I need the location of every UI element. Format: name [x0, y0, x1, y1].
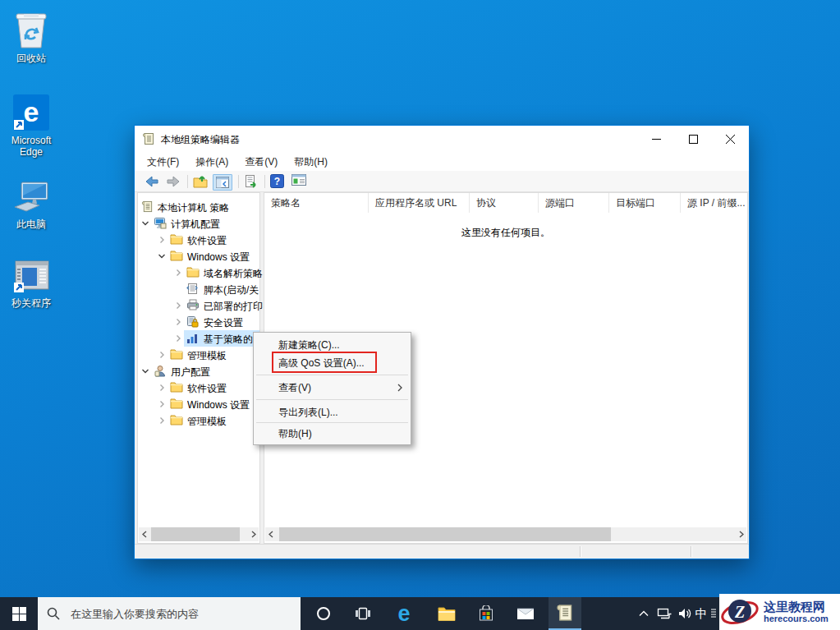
chevron-closed-icon[interactable]	[174, 269, 182, 277]
console-window-icon[interactable]	[291, 174, 306, 186]
list-horizontal-scrollbar[interactable]	[265, 527, 746, 541]
scroll-left-arrow-icon[interactable]	[139, 527, 149, 541]
chevron-open-icon[interactable]	[141, 367, 149, 375]
toolbar-separator	[187, 175, 188, 188]
taskbar: e	[0, 597, 840, 630]
up-one-level-icon[interactable]	[193, 174, 208, 189]
folder-icon	[186, 266, 200, 278]
folder-icon	[170, 250, 183, 261]
scrollbar-thumb[interactable]	[279, 527, 611, 541]
desktop-icon-recycle-bin[interactable]: 回收站	[0, 8, 62, 64]
chevron-closed-icon[interactable]	[174, 318, 182, 326]
start-button[interactable]	[0, 597, 38, 630]
scrollbar-thumb[interactable]	[151, 527, 240, 541]
chevron-open-icon[interactable]	[158, 252, 166, 260]
local-group-policy-editor-window: 本地组策略编辑器 文件(F) 操作(A) 查看(V) 帮助(H)	[134, 125, 750, 559]
task-view-icon	[355, 607, 371, 620]
tree-item-windows-settings-user[interactable]: Windows 设置	[138, 396, 259, 412]
forward-icon[interactable]	[166, 174, 181, 189]
status-bar-divider	[691, 546, 691, 557]
cortana-button[interactable]	[309, 597, 338, 630]
mail-icon	[516, 607, 535, 620]
tree-item-software-settings[interactable]: 软件设置	[138, 232, 259, 248]
svg-text:Z: Z	[734, 603, 745, 621]
tree-item-software-settings-user[interactable]: 软件设置	[138, 379, 259, 396]
tray-show-hidden-icons-button[interactable]	[634, 597, 654, 630]
chevron-closed-icon[interactable]	[158, 236, 166, 244]
context-menu-separator	[256, 375, 408, 375]
tree-horizontal-scrollbar[interactable]	[139, 527, 259, 541]
chevron-closed-icon[interactable]	[174, 334, 182, 343]
watermark-logo-icon: Z	[719, 595, 762, 629]
back-icon[interactable]	[145, 174, 159, 189]
column-header-dest-port[interactable]: 目标端口	[609, 193, 681, 213]
tray-network-button[interactable]	[654, 597, 675, 630]
taskbar-search-input[interactable]	[38, 597, 301, 630]
scroll-right-arrow-icon[interactable]	[248, 527, 259, 541]
column-header-protocol[interactable]: 协议	[470, 193, 539, 213]
title-bar[interactable]: 本地组策略编辑器	[135, 126, 749, 153]
chevron-closed-icon[interactable]	[158, 416, 166, 425]
desktop-icon-miaoguan-app[interactable]: 秒关程序	[0, 253, 62, 309]
maximize-button[interactable]	[675, 126, 712, 152]
folder-icon	[170, 414, 183, 425]
chevron-closed-icon[interactable]	[174, 301, 182, 310]
help-icon[interactable]: ?	[270, 174, 284, 188]
chevron-closed-icon[interactable]	[158, 351, 166, 359]
security-lock-icon	[186, 315, 199, 328]
tree-item-name-resolution-policy[interactable]: 域名解析策略	[138, 264, 259, 281]
tray-ime-button[interactable]: 中	[691, 597, 711, 630]
script-icon	[186, 283, 198, 295]
tree-item-windows-settings[interactable]: Windows 设置	[138, 248, 259, 264]
tree-item-deployed-printers[interactable]: 已部署的打印	[138, 297, 259, 314]
cortana-circle-icon	[316, 606, 331, 621]
menu-help[interactable]: 帮助(H)	[286, 153, 336, 172]
show-console-tree-icon[interactable]	[213, 174, 232, 191]
export-list-icon[interactable]	[244, 174, 259, 189]
menu-file[interactable]: 文件(F)	[139, 153, 187, 172]
context-menu-item-view[interactable]: 查看(V)	[255, 379, 410, 397]
tree-item-policy-based-qos[interactable]: 基于策略的	[138, 330, 259, 347]
tree-item-computer-configuration[interactable]: 计算机配置	[138, 215, 259, 232]
taskbar-gpedit-button-active[interactable]	[549, 597, 581, 630]
taskbar-store-button[interactable]	[471, 597, 501, 630]
column-header-policy-name[interactable]: 策略名	[264, 193, 369, 213]
menu-action[interactable]: 操作(A)	[187, 153, 236, 172]
taskbar-edge-button[interactable]: e	[389, 597, 419, 630]
tree-item-security-settings[interactable]: 安全设置	[138, 314, 259, 330]
folder-icon	[170, 398, 183, 409]
context-menu-item-export-list[interactable]: 导出列表(L)...	[255, 403, 410, 421]
tree-item-administrative-templates[interactable]: 管理模板	[138, 347, 259, 363]
tree-item-scripts[interactable]: 脚本(启动/关	[138, 281, 259, 297]
chevron-closed-icon[interactable]	[158, 384, 166, 392]
desktop-icon-microsoft-edge[interactable]: e Microsoft Edge	[0, 90, 62, 158]
taskbar-file-explorer-button[interactable]	[432, 597, 461, 630]
minimize-button[interactable]	[638, 126, 675, 152]
taskbar-mail-button[interactable]	[511, 597, 540, 630]
annotation-highlight-box	[272, 352, 377, 373]
desktop-icon-this-pc[interactable]: 此电脑	[0, 174, 62, 230]
scroll-left-arrow-icon[interactable]	[265, 527, 276, 541]
chevron-open-icon[interactable]	[141, 219, 149, 228]
close-button[interactable]	[712, 126, 749, 152]
status-bar	[135, 544, 749, 559]
context-menu-separator	[256, 399, 408, 400]
tree-item-administrative-templates-user[interactable]: 管理模板	[138, 412, 259, 429]
menu-view[interactable]: 查看(V)	[236, 153, 286, 172]
chevron-closed-icon[interactable]	[158, 400, 166, 408]
column-header-app-name-url[interactable]: 应用程序名或 URL	[369, 193, 470, 213]
tree-item-user-configuration[interactable]: 用户配置	[138, 363, 259, 379]
column-header-source-ip-prefix[interactable]: 源 IP / 前缀...	[681, 193, 747, 213]
scroll-right-arrow-icon[interactable]	[736, 527, 746, 541]
gpedit-scroll-icon	[142, 132, 155, 145]
column-header-source-port[interactable]: 源端口	[539, 193, 609, 213]
svg-text:e: e	[24, 96, 39, 127]
folder-icon	[170, 348, 183, 360]
toolbar-separator	[238, 175, 239, 188]
menu-bar: 文件(F) 操作(A) 查看(V) 帮助(H)	[135, 153, 749, 171]
task-view-button[interactable]	[348, 597, 378, 630]
tree-item-local-computer-policy[interactable]: 本地计算机 策略	[138, 199, 259, 215]
gpedit-scroll-icon	[141, 200, 154, 213]
desktop-icon-label: Microsoft Edge	[0, 135, 62, 158]
context-menu-item-help[interactable]: 帮助(H)	[255, 425, 410, 443]
